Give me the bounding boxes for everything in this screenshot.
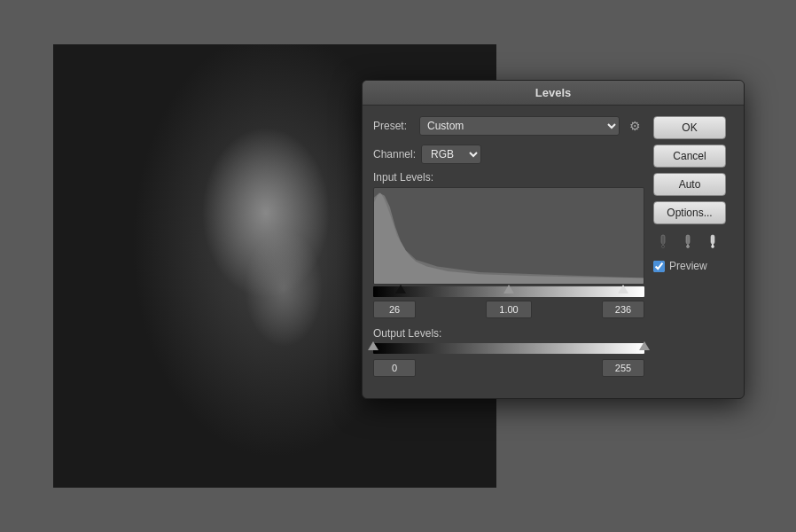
gear-button[interactable]: ⚙ <box>625 116 644 136</box>
dialog-title: Levels <box>363 81 744 106</box>
levels-dialog: Levels Preset: Custom Default Darker ⚙ C… <box>362 80 745 399</box>
svg-point-10 <box>712 246 714 248</box>
input-slider-track <box>373 286 644 297</box>
white-point-handle[interactable] <box>618 285 628 293</box>
cancel-button[interactable]: Cancel <box>653 145 726 168</box>
output-values-row <box>373 359 644 377</box>
preview-checkbox[interactable] <box>653 261 665 272</box>
input-slider-container <box>373 286 644 301</box>
preset-label: Preset: <box>373 120 414 132</box>
output-slider-track <box>373 343 644 354</box>
gray-eyedropper-icon[interactable] <box>678 231 698 251</box>
output-black-input[interactable] <box>373 359 416 377</box>
channel-row: Channel: RGB Red Green Blue <box>373 145 644 164</box>
options-button[interactable]: Options... <box>653 201 726 224</box>
output-white-handle[interactable] <box>639 341 650 350</box>
ok-button[interactable]: OK <box>653 116 726 139</box>
output-levels-label: Output Levels: <box>373 327 644 340</box>
midpoint-handle[interactable] <box>503 285 514 293</box>
svg-point-4 <box>662 246 665 248</box>
output-white-input[interactable] <box>602 359 644 377</box>
histogram-svg <box>374 188 644 284</box>
right-panel: OK Cancel Auto Options... <box>653 116 733 386</box>
channel-label: Channel: <box>373 148 416 160</box>
svg-rect-5 <box>686 235 690 244</box>
input-values-row <box>373 301 644 318</box>
preset-row: Preset: Custom Default Darker ⚙ <box>373 116 644 136</box>
output-slider-container <box>373 343 644 357</box>
white-eyedropper-icon[interactable] <box>703 231 722 251</box>
preview-row: Preview <box>653 260 733 272</box>
white-point-input[interactable] <box>602 301 644 318</box>
eyedropper-row <box>653 231 733 251</box>
svg-rect-2 <box>661 235 665 244</box>
preset-select[interactable]: Custom Default Darker <box>419 116 620 136</box>
input-levels-label: Input Levels: <box>373 171 644 184</box>
auto-button[interactable]: Auto <box>653 173 726 196</box>
svg-rect-8 <box>711 235 714 244</box>
black-eyedropper-icon[interactable] <box>653 231 673 251</box>
left-panel: Preset: Custom Default Darker ⚙ Channel:… <box>373 116 644 386</box>
preview-label: Preview <box>669 260 707 272</box>
histogram <box>373 187 644 285</box>
svg-point-7 <box>687 246 690 248</box>
black-point-input[interactable] <box>373 301 416 318</box>
black-point-handle[interactable] <box>395 285 406 293</box>
channel-select[interactable]: RGB Red Green Blue <box>421 145 481 164</box>
midpoint-input[interactable] <box>486 301 532 318</box>
svg-marker-1 <box>374 192 644 284</box>
output-black-handle[interactable] <box>368 341 378 350</box>
